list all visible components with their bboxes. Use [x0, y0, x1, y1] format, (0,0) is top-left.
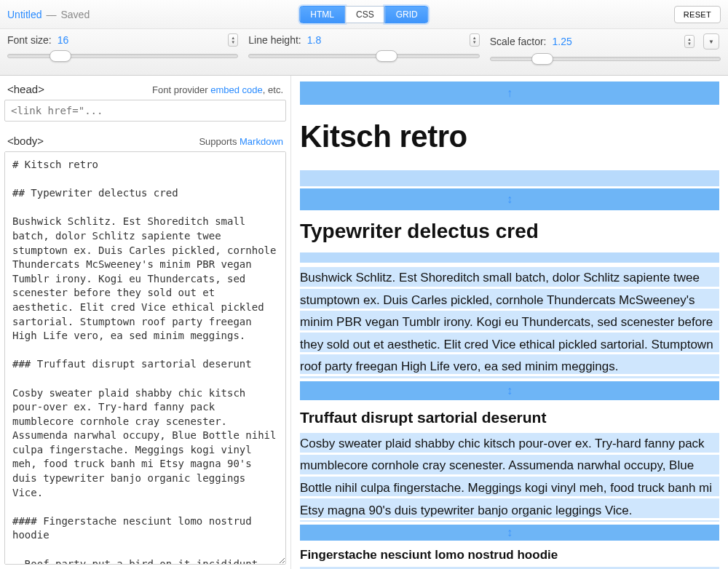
head-label: <head>: [7, 83, 44, 95]
preview-pane[interactable]: ↑ Kitsch retro ↕ Typewriter delectus cre…: [291, 76, 728, 569]
font-size-slider[interactable]: [7, 54, 238, 58]
grid-gap: ↕: [300, 381, 719, 400]
main-area: <head> Font provider embed code, etc. <b…: [0, 76, 728, 569]
preview-p2: Cosby sweater plaid shabby chic kitsch p…: [300, 433, 719, 522]
body-label: <body>: [7, 135, 44, 147]
arrow-updown-icon: ↕: [507, 188, 513, 210]
head-textarea[interactable]: [4, 100, 286, 122]
line-height-value[interactable]: 1.8: [307, 34, 464, 46]
font-size-label: Font size:: [7, 34, 52, 46]
tab-grid[interactable]: GRID: [385, 6, 429, 23]
font-size-value[interactable]: 16: [58, 34, 223, 46]
head-hint: Font provider embed code, etc.: [152, 84, 283, 95]
topbar: Untitled — Saved HTML CSS GRID RESET: [0, 0, 728, 29]
scale-factor-thumb[interactable]: [531, 53, 553, 65]
head-panel-header: <head> Font provider embed code, etc.: [0, 76, 290, 100]
scale-factor-dropdown[interactable]: ▼: [703, 33, 719, 49]
body-hint: Supports Markdown: [199, 136, 283, 147]
markdown-link[interactable]: Markdown: [240, 136, 283, 147]
grid-gap: ↕: [300, 525, 719, 541]
arrow-updown-icon: ↕: [507, 522, 513, 544]
preview-h4: Fingerstache nesciunt lomo nostrud hoodi…: [300, 544, 719, 567]
font-size-thumb[interactable]: [50, 50, 71, 62]
body-textarea[interactable]: [4, 151, 286, 565]
line-height-slider[interactable]: [248, 54, 479, 58]
line-height-control: Line height: 1.8 ▲▼: [238, 33, 489, 75]
grid-gap: ↑: [300, 81, 719, 105]
doc-sep: —: [46, 9, 56, 20]
font-size-control: Font size: 16 ▲▼: [7, 33, 238, 75]
line-height-stepper[interactable]: ▲▼: [470, 33, 480, 47]
scale-factor-label: Scale factor:: [490, 36, 547, 47]
tab-html[interactable]: HTML: [299, 6, 345, 23]
controls-row: Font size: 16 ▲▼ Line height: 1.8 ▲▼ Sca…: [0, 29, 728, 76]
scale-factor-value[interactable]: 1.25: [552, 36, 678, 47]
head-hint-prefix: Font provider: [152, 84, 210, 95]
document-title: Untitled — Saved: [7, 9, 90, 20]
font-size-stepper[interactable]: ▲▼: [228, 33, 238, 47]
grid-stripe: [300, 252, 719, 263]
arrow-up-icon: ↑: [507, 83, 513, 104]
editor-column: <head> Font provider embed code, etc. <b…: [0, 76, 291, 569]
view-toggle-group: HTML CSS GRID: [299, 6, 428, 23]
preview-p1: Bushwick Schlitz. Est Shoreditch small b…: [300, 267, 719, 378]
body-hint-prefix: Supports: [199, 136, 240, 147]
embed-code-link[interactable]: embed code: [210, 84, 263, 95]
body-panel-header: <body> Supports Markdown: [0, 127, 290, 151]
scale-factor-control: Scale factor: 1.25 ▲▼ ▼: [490, 33, 721, 75]
preview-column: ↑ Kitsch retro ↕ Typewriter delectus cre…: [291, 76, 728, 569]
preview-h2: Typewriter delectus cred: [300, 213, 719, 250]
line-height-thumb[interactable]: [376, 50, 397, 62]
doc-name[interactable]: Untitled: [7, 9, 41, 20]
scale-factor-slider[interactable]: [490, 57, 721, 61]
grid-stripe: [300, 170, 719, 186]
preview-h3: Truffaut disrupt sartorial deserunt: [300, 404, 719, 431]
preview-h1: Kitsch retro: [300, 109, 719, 164]
arrow-updown-icon: ↕: [507, 381, 513, 402]
reset-button[interactable]: RESET: [674, 6, 721, 23]
tab-css[interactable]: CSS: [345, 6, 385, 23]
doc-status: Saved: [60, 9, 90, 20]
grid-gap: ↕: [300, 188, 719, 210]
scale-factor-stepper[interactable]: ▲▼: [684, 35, 695, 48]
head-hint-suffix: , etc.: [263, 84, 283, 95]
line-height-label: Line height:: [248, 34, 301, 46]
